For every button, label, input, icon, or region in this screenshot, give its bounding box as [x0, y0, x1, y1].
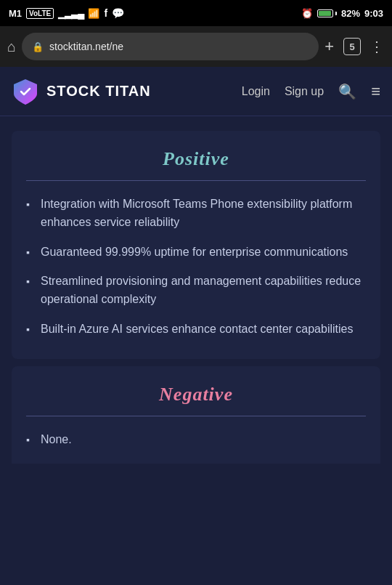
home-button[interactable]: ⌂: [7, 39, 16, 55]
list-item: Built-in Azure AI services enhance conta…: [26, 320, 366, 339]
list-item: Guaranteed 99.999% uptime for enterprise…: [26, 243, 366, 262]
search-icon[interactable]: 🔍: [338, 83, 356, 100]
url-bar[interactable]: 🔒 stocktitan.net/ne: [22, 33, 319, 60]
logo-text: STOCK TITAN: [46, 83, 151, 100]
carrier-label: M1: [9, 8, 22, 19]
nav-bar: STOCK TITAN Login Sign up 🔍 ≡: [0, 67, 392, 116]
positive-divider: [26, 180, 366, 181]
wifi-icon: 📶: [88, 8, 99, 19]
volte-label: VoLTE: [26, 8, 54, 19]
positive-bullet-list: Integration with Microsoft Teams Phone e…: [26, 195, 366, 339]
alarm-icon: ⏰: [301, 8, 313, 19]
list-item: None.: [26, 431, 366, 449]
hamburger-icon[interactable]: ≡: [371, 82, 380, 101]
negative-title: Negative: [26, 384, 366, 406]
list-item: Integration with Microsoft Teams Phone e…: [26, 195, 366, 232]
new-tab-icon[interactable]: +: [324, 37, 335, 56]
url-text: stocktitan.net/ne: [49, 41, 309, 52]
positive-section: Positive Integration with Microsoft Team…: [12, 131, 380, 359]
logo-shield-icon: [12, 78, 39, 105]
signal-icon: ▁▂▃▄: [58, 8, 83, 19]
fb-icon: f: [104, 7, 107, 19]
list-item: Streamlined provisioning and management …: [26, 273, 366, 309]
msg-icon: 💬: [112, 7, 124, 19]
negative-section: Negative None.: [12, 366, 380, 464]
browser-bar: ⌂ 🔒 stocktitan.net/ne + 5 ⋮: [0, 26, 392, 67]
security-icon: 🔒: [32, 41, 44, 52]
signup-link[interactable]: Sign up: [285, 85, 324, 98]
battery-percent: 82%: [341, 8, 360, 19]
time-display: 9:03: [364, 8, 383, 19]
positive-title: Positive: [26, 148, 366, 170]
battery-indicator: [317, 9, 337, 17]
status-left: M1 VoLTE ▁▂▃▄ 📶 f 💬: [9, 7, 124, 19]
nav-links: Login Sign up 🔍 ≡: [242, 82, 380, 101]
negative-bullet-list: None.: [26, 431, 366, 449]
main-content: Positive Integration with Microsoft Team…: [0, 116, 392, 464]
browser-menu-icon[interactable]: ⋮: [369, 38, 385, 55]
logo-area: STOCK TITAN: [12, 78, 242, 105]
negative-divider: [26, 416, 366, 416]
login-link[interactable]: Login: [242, 85, 270, 98]
tab-count[interactable]: 5: [343, 38, 361, 55]
browser-actions: + 5 ⋮: [324, 37, 385, 56]
status-bar: M1 VoLTE ▁▂▃▄ 📶 f 💬 ⏰ 82% 9:03: [0, 0, 392, 26]
status-right: ⏰ 82% 9:03: [301, 8, 383, 19]
